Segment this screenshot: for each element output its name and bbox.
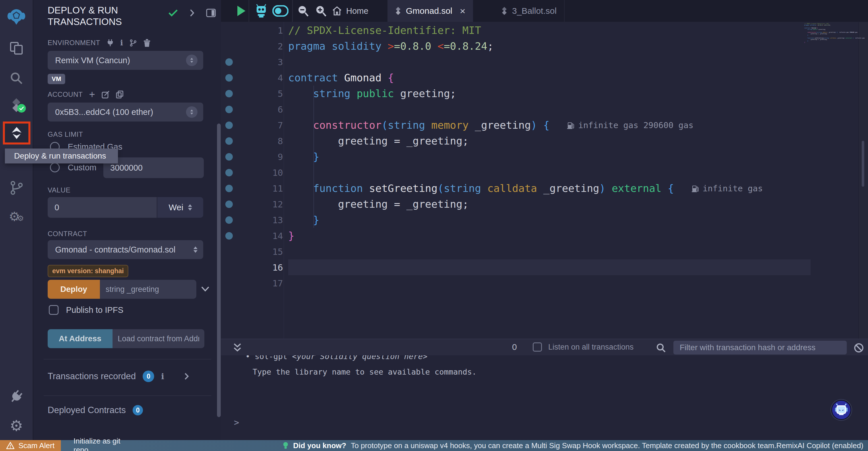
gutter-cell[interactable] <box>221 169 237 176</box>
tab-close-icon[interactable]: × <box>460 5 466 17</box>
environment-value: Remix VM (Cancun) <box>55 56 186 65</box>
sidebar-item-deploy-run[interactable] <box>3 121 30 144</box>
fork-icon[interactable] <box>129 39 137 47</box>
vm-badge: VM <box>48 74 65 84</box>
editor-area: Home Gmonad.sol × 3_Ballot.sol 1// SP <box>221 0 868 440</box>
terminal-output[interactable]: • sol-gpt <your Solidity question here> … <box>221 355 868 440</box>
tab-ballot[interactable]: 3_Ballot.sol <box>494 0 565 22</box>
trash-icon[interactable] <box>143 38 151 47</box>
code-line[interactable]: 8 greeting = _greeting; <box>221 133 868 149</box>
code-line[interactable]: 14} <box>221 228 868 244</box>
panel-layout-icon[interactable] <box>206 9 216 17</box>
publish-ipfs-row[interactable]: Publish to IPFS <box>49 305 123 315</box>
code-line[interactable]: 15 <box>221 244 868 259</box>
remix-logo[interactable] <box>0 8 33 25</box>
zoom-in-button[interactable] <box>312 0 330 22</box>
gutter-cell[interactable] <box>221 106 237 113</box>
gutter-cell[interactable] <box>221 153 237 161</box>
code-text <box>288 102 811 117</box>
add-account-icon[interactable]: + <box>89 91 95 98</box>
value-input[interactable] <box>48 197 157 218</box>
gutter-cell[interactable] <box>221 90 237 97</box>
editor-scrollbar[interactable] <box>862 141 864 187</box>
sidebar-item-search[interactable] <box>0 71 33 86</box>
deploy-button[interactable]: Deploy <box>48 280 100 299</box>
code-line[interactable]: 3 <box>221 54 868 70</box>
code-line[interactable]: 4contract Gmonad { <box>221 70 868 86</box>
code-line[interactable]: 9 } <box>221 149 868 165</box>
code-line[interactable]: 7 constructor(string memory _greeting) {… <box>221 117 868 133</box>
bullet: • <box>245 355 255 361</box>
code-line[interactable]: 6 <box>221 102 868 117</box>
terminal-collapse-icon[interactable] <box>233 343 242 353</box>
code-line[interactable]: 5 string public greeting; <box>221 86 868 102</box>
sidebar-item-settings[interactable]: ⚙ <box>0 417 33 434</box>
at-address-input[interactable] <box>113 329 205 348</box>
account-select[interactable]: 0x5B3...eddC4 (100 ether) <box>48 103 203 121</box>
zoom-out-button[interactable] <box>294 0 312 22</box>
scam-alert[interactable]: Scam Alert <box>0 440 61 451</box>
code-line[interactable]: 16 <box>221 259 868 275</box>
code-line[interactable]: 2pragma solidity >=0.8.0 <=0.8.24; <box>221 38 868 54</box>
unit-stepper-icon[interactable] <box>188 204 192 210</box>
custom-gas-radio[interactable] <box>50 163 60 172</box>
value-unit-select[interactable]: Wei <box>157 197 203 218</box>
gutter-cell[interactable] <box>221 200 237 208</box>
environment-select[interactable]: Remix VM (Cancun) <box>48 51 203 70</box>
copilot-toggle[interactable] <box>270 0 290 22</box>
ai-assistant-toggle-robot[interactable] <box>252 0 270 22</box>
terminal-prompt[interactable]: > <box>234 417 239 427</box>
gutter-cell[interactable] <box>221 58 237 66</box>
sidebar-item-plugin-manager[interactable] <box>0 390 33 404</box>
contract-select[interactable]: Gmonad - contracts/Gmonad.sol <box>48 240 203 259</box>
copilot-status: RemixAI Copilot (enabled) <box>776 441 863 450</box>
transactions-info-icon[interactable]: i <box>161 372 164 381</box>
sidebar-item-file-explorer[interactable] <box>0 41 33 56</box>
deploy-expand-chevron-icon[interactable] <box>201 286 210 292</box>
panel-scrollbar[interactable] <box>217 123 221 417</box>
code-line[interactable]: 13 } <box>221 212 868 228</box>
environment-info-icon[interactable]: i <box>120 38 123 47</box>
gutter-cell[interactable] <box>221 232 237 239</box>
sidebar-item-solidity-compiler[interactable] <box>0 98 33 114</box>
code-line[interactable]: 12 greeting = _greeting; <box>221 196 868 212</box>
gutter-cell[interactable] <box>221 121 237 129</box>
run-script-button[interactable] <box>229 0 253 22</box>
sidebar-item-unit-testing[interactable]: ⚙⚙ <box>0 209 33 224</box>
transactions-recorded-row[interactable]: Transactions recorded 0 i <box>48 371 189 382</box>
home-tab[interactable]: Home <box>332 0 368 22</box>
remixai-assistant-button[interactable] <box>831 400 851 420</box>
sign-message-icon[interactable] <box>102 90 110 98</box>
listen-row[interactable]: Listen on all transactions <box>533 342 633 351</box>
custom-gas-row[interactable]: Custom <box>50 163 96 172</box>
custom-gas-input[interactable] <box>103 158 204 178</box>
gutter-cell[interactable] <box>221 185 237 192</box>
publish-ipfs-checkbox[interactable] <box>49 305 59 315</box>
gutter-cell[interactable] <box>221 216 237 224</box>
panel-collapse-chevron-icon[interactable] <box>189 9 195 17</box>
code-line[interactable]: 1// SPDX-License-Identifier: MIT <box>221 22 868 38</box>
code-text: } <box>288 228 811 244</box>
code-line[interactable]: 17 <box>221 275 868 291</box>
code-line[interactable]: 10 <box>221 165 868 180</box>
constructor-param-input[interactable] <box>100 280 196 299</box>
home-label: Home <box>346 6 368 16</box>
minimap[interactable]: // SPDX-License-Identifier: MITpragma so… <box>804 23 856 48</box>
git-init-label[interactable]: Initialize as git repo <box>73 436 122 451</box>
code-editor[interactable]: 1// SPDX-License-Identifier: MIT2pragma … <box>221 22 868 361</box>
gutter-cell[interactable] <box>221 137 237 145</box>
copy-address-icon[interactable] <box>116 90 123 98</box>
filter-input[interactable] <box>673 341 847 355</box>
sidebar-item-git[interactable] <box>0 180 33 195</box>
editor-topbar: Home Gmonad.sol × 3_Ballot.sol <box>221 0 868 22</box>
transactions-expand-chevron-icon[interactable] <box>184 373 189 380</box>
clear-console-icon[interactable] <box>854 343 864 353</box>
gutter-cell[interactable] <box>221 74 237 82</box>
tab-gmonad[interactable]: Gmonad.sol × <box>388 0 473 22</box>
code-line[interactable]: 11 function setGreeting(string calldata … <box>221 180 868 196</box>
listen-checkbox[interactable] <box>533 342 542 351</box>
at-address-button[interactable]: At Address <box>48 329 113 348</box>
deployed-contracts-row[interactable]: Deployed Contracts 0 <box>48 405 143 415</box>
gutter-dot-icon <box>225 90 233 97</box>
plug-small-icon[interactable] <box>106 39 114 47</box>
